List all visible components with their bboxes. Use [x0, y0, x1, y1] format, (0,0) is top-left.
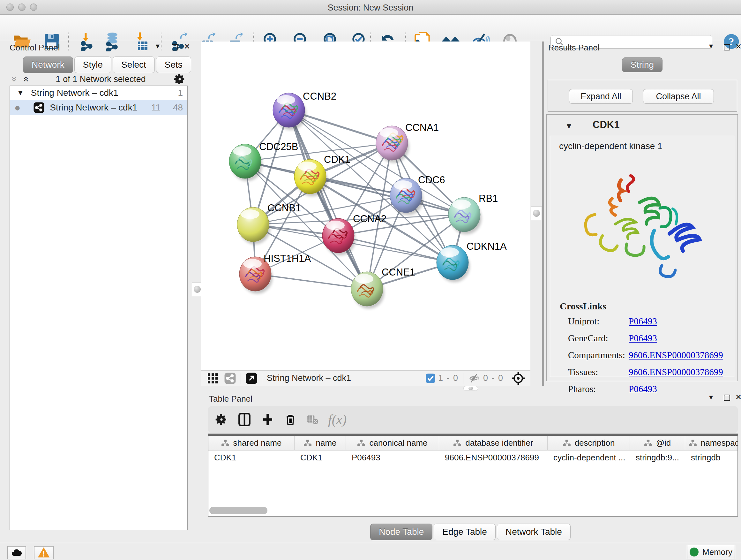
- control-panel-float-icon[interactable]: ▾: [156, 42, 159, 51]
- network-tree-child-row[interactable]: ● String Network – cdk1 11 48: [10, 100, 187, 115]
- crosslink-row: Uniprot:P06493: [568, 316, 734, 333]
- import-table-icon[interactable]: [131, 31, 152, 52]
- tab-style[interactable]: Style: [74, 57, 111, 73]
- delete-table-icon: [307, 414, 319, 426]
- table-settings-gear-icon[interactable]: [215, 413, 228, 426]
- node-label-CDC25B: CDC25B: [259, 141, 298, 152]
- tab-node-table[interactable]: Node Table: [370, 523, 432, 540]
- node-label-CCNE1: CCNE1: [382, 266, 415, 278]
- node-CCNB2[interactable]: CCNB2: [273, 91, 336, 130]
- node-label-CDK1: CDK1: [324, 154, 350, 165]
- window-title: Session: New Session: [0, 3, 741, 13]
- delete-column-trash-icon[interactable]: [284, 413, 297, 426]
- column-header-canonical-name[interactable]: canonical name: [346, 436, 439, 450]
- tab-string[interactable]: String: [622, 57, 663, 72]
- table-row[interactable]: CDK1CDK1P064939606.ENSP00000378699cyclin…: [208, 450, 738, 464]
- column-header-shared-name[interactable]: shared name: [208, 436, 294, 450]
- expand-all-networks-icon[interactable]: »: [9, 77, 20, 82]
- network-tree-root-row[interactable]: ▼ String Network – cdk1 1: [10, 86, 187, 100]
- toolbar-separator: [161, 33, 161, 51]
- column-header-database-identifier[interactable]: database identifier: [439, 436, 548, 450]
- horizontal-splitter-handle[interactable]: [463, 386, 478, 391]
- network-graph[interactable]: CCNB2CCNA1CDC25BCDK1CDC6RB1CCNB1CCNA2CDK…: [201, 42, 530, 370]
- control-panel-maximize-icon[interactable]: [172, 44, 178, 51]
- table-cell: stringdb:9...: [630, 450, 685, 464]
- hidden-counter: 0 - 0: [483, 373, 503, 383]
- network-share-gray-icon[interactable]: [224, 372, 236, 384]
- network-tree: ▼ String Network – cdk1 1 ● String Netwo…: [10, 85, 188, 530]
- node-CDKN1A[interactable]: CDKN1A: [436, 241, 507, 282]
- edge-count: 48: [160, 103, 183, 113]
- selected-checkbox-icon[interactable]: [425, 373, 435, 383]
- table-body: CDK1CDK1P064939606.ENSP00000378699cyclin…: [208, 450, 738, 464]
- collapse-all-networks-icon[interactable]: »: [20, 77, 30, 82]
- table-panel-float-icon[interactable]: ▾: [709, 393, 713, 401]
- node-RB1[interactable]: RB1: [448, 193, 498, 234]
- node-CDK1[interactable]: CDK1: [294, 154, 350, 196]
- crosslink-row: Compartments:9606.ENSP00000378699: [568, 350, 734, 367]
- title-bar: Session: New Session: [0, 0, 741, 15]
- crosslink-value-link[interactable]: 9606.ENSP00000378699: [629, 350, 723, 361]
- node-HIST1H1A[interactable]: HIST1H1A: [239, 253, 311, 294]
- protein-expander-icon[interactable]: ▼: [565, 122, 573, 131]
- results-panel-close-icon[interactable]: ✕: [735, 42, 741, 51]
- node-CDC6[interactable]: CDC6: [390, 174, 445, 215]
- cloud-button[interactable]: [7, 546, 26, 559]
- create-column-plus-icon[interactable]: [261, 413, 274, 426]
- crosslink-label: GeneCard:: [568, 333, 629, 344]
- scrollbar-thumb[interactable]: [209, 507, 267, 514]
- right-splitter-handle[interactable]: [531, 206, 542, 220]
- tree-expander-icon[interactable]: ▼: [17, 89, 24, 97]
- control-panel-tabs: NetworkStyleSelectSets: [23, 57, 192, 73]
- column-header-description[interactable]: description: [548, 436, 630, 450]
- collapse-all-button[interactable]: Collapse All: [643, 89, 714, 104]
- network-footer-title: String Network – cdk1: [267, 373, 351, 383]
- open-in-window-icon[interactable]: [246, 372, 258, 384]
- node-label-CCNB2: CCNB2: [303, 91, 336, 102]
- cloud-icon: [10, 546, 23, 559]
- birds-eye-grid-icon[interactable]: [207, 372, 219, 384]
- results-panel-maximize-icon[interactable]: [724, 44, 730, 51]
- node-label-HIST1H1A: HIST1H1A: [264, 253, 311, 264]
- network-options-gear-icon[interactable]: [174, 73, 186, 85]
- crosslink-value-link[interactable]: P06493: [629, 384, 657, 394]
- crosslink-label: Pharos:: [568, 384, 629, 394]
- table-panel-maximize-icon[interactable]: [724, 395, 730, 401]
- table-cell: cyclin-dependent ...: [548, 450, 630, 464]
- node-label-RB1: RB1: [479, 193, 498, 204]
- memory-button[interactable]: Memory: [687, 545, 735, 559]
- table-horizontal-scrollbar[interactable]: [209, 507, 736, 515]
- crosslink-value-link[interactable]: 9606.ENSP00000378699: [629, 367, 723, 377]
- node-CCNB1[interactable]: CCNB1: [237, 202, 301, 244]
- show-columns-icon[interactable]: [238, 413, 252, 427]
- expand-all-button[interactable]: Expand All: [569, 89, 633, 104]
- tab-edge-table[interactable]: Edge Table: [434, 523, 495, 540]
- warning-button[interactable]: [34, 546, 54, 559]
- column-header-@id[interactable]: @id: [630, 436, 685, 450]
- warning-icon: [37, 546, 50, 559]
- network-selection-row: » » 1 of 1 Network selected: [10, 73, 188, 85]
- node-label-CCNA1: CCNA1: [405, 122, 439, 133]
- footer-separator: [241, 373, 241, 384]
- import-network-file-icon[interactable]: [78, 31, 98, 52]
- column-header-name[interactable]: name: [294, 436, 346, 450]
- crosslink-value-link[interactable]: P06493: [629, 333, 657, 344]
- node-CCNE1[interactable]: CCNE1: [351, 266, 415, 309]
- results-panel-float-icon[interactable]: ▾: [709, 42, 713, 51]
- crosslinks-title: CrossLinks: [560, 301, 734, 312]
- current-network-dot-icon: ●: [14, 102, 20, 114]
- node-CDC25B[interactable]: CDC25B: [229, 141, 298, 181]
- crosslinks-list: Uniprot:P06493GeneCard:P06493Compartment…: [568, 316, 734, 401]
- tab-select[interactable]: Select: [113, 57, 155, 73]
- fit-content-crosshair-icon[interactable]: [511, 371, 525, 385]
- column-header-namespace[interactable]: namespace: [685, 436, 738, 450]
- node-CCNA1[interactable]: CCNA1: [376, 122, 439, 163]
- import-network-database-icon[interactable]: [102, 31, 123, 52]
- crosslink-value-link[interactable]: P06493: [629, 316, 657, 327]
- tab-sets[interactable]: Sets: [156, 57, 191, 73]
- control-panel-close-icon[interactable]: ✕: [184, 42, 190, 51]
- table-panel-close-icon[interactable]: ✕: [735, 393, 741, 401]
- tab-network-table[interactable]: Network Table: [497, 523, 570, 540]
- table-toolbar: f(x): [208, 406, 738, 433]
- tab-network[interactable]: Network: [23, 57, 73, 73]
